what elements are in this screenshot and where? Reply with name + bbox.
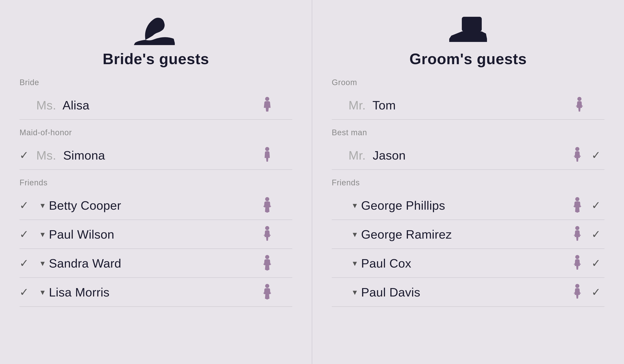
- female-icon: [569, 197, 586, 214]
- dropdown-arrow-lisa[interactable]: ▾: [36, 287, 49, 297]
- check-right-george-r: ✓: [588, 228, 604, 241]
- check-right-paul-d: ✓: [588, 286, 604, 298]
- groom-shoe-icon: [445, 13, 491, 46]
- guest-name-simona: Ms. Simona: [36, 148, 255, 162]
- check-icon: ✓: [20, 257, 29, 269]
- table-row: ✓ ▾ Sandra Ward: [20, 249, 292, 278]
- groom-panel: Groom's guests Groom Mr. Tom Best man: [312, 0, 624, 364]
- guest-name-betty: Betty Cooper: [49, 198, 255, 212]
- svg-point-16: [577, 97, 581, 101]
- check-right-george-p: ✓: [588, 199, 604, 212]
- check-icon: ✓: [592, 257, 601, 269]
- guest-name-paul: Paul Wilson: [49, 227, 255, 241]
- guest-name-paul-c: Paul Cox: [361, 256, 565, 270]
- svg-point-8: [265, 255, 269, 259]
- maid-section-label: Maid-of-honor: [20, 128, 292, 137]
- check-right-paul-c: ✓: [588, 257, 604, 269]
- male-icon: [259, 147, 276, 164]
- guest-name-tom: Mr. Tom: [348, 98, 567, 112]
- bride-guest-list: Bride Ms. Alisa Maid-of-honor ✓: [20, 78, 292, 307]
- check-icon: ✓: [20, 228, 29, 241]
- table-row: Mr. Jason ✓: [332, 141, 604, 170]
- table-row: ▾ Paul Cox ✓: [332, 249, 604, 278]
- svg-point-1: [265, 147, 269, 151]
- table-row: ▾ George Ramirez ✓: [332, 220, 604, 249]
- svg-rect-15: [466, 17, 473, 23]
- table-row: Mr. Tom: [332, 91, 604, 120]
- female-icon: [259, 197, 276, 214]
- svg-point-0: [265, 97, 269, 101]
- check-left-sandra: ✓: [20, 257, 36, 269]
- table-row: ✓ Ms. Simona: [20, 141, 292, 170]
- groom-guest-list: Groom Mr. Tom Best man Mr. Jason: [332, 78, 604, 307]
- groom-section-label: Groom: [332, 78, 604, 87]
- svg-point-11: [265, 284, 269, 288]
- guest-name-alisa: Ms. Alisa: [36, 98, 255, 112]
- guest-name-sandra: Sandra Ward: [49, 256, 255, 270]
- check-right-jason: ✓: [588, 149, 604, 161]
- check-icon: ✓: [20, 286, 29, 298]
- check-icon: ✓: [20, 199, 29, 212]
- bride-shoe-icon: [133, 13, 179, 46]
- svg-point-31: [575, 284, 579, 288]
- check-left-betty: ✓: [20, 199, 36, 212]
- bestman-section-label: Best man: [332, 128, 604, 137]
- guest-name-george-r: George Ramirez: [361, 227, 565, 241]
- guest-name-jason: Mr. Jason: [348, 148, 565, 162]
- table-row: ✓ ▾ Betty Cooper: [20, 191, 292, 220]
- male-icon: [569, 226, 586, 243]
- dropdown-arrow-betty[interactable]: ▾: [36, 200, 49, 210]
- male-icon: [571, 97, 588, 113]
- svg-point-19: [575, 147, 579, 151]
- male-icon: [569, 147, 586, 164]
- dropdown-arrow-paul-d[interactable]: ▾: [348, 287, 361, 297]
- svg-point-5: [265, 226, 269, 230]
- guest-name-paul-d: Paul Davis: [361, 285, 565, 299]
- check-left-lisa: ✓: [20, 286, 36, 298]
- table-row: Ms. Alisa: [20, 91, 292, 120]
- dropdown-arrow-george-r[interactable]: ▾: [348, 229, 361, 239]
- dropdown-arrow-sandra[interactable]: ▾: [36, 258, 49, 268]
- groom-panel-title: Groom's guests: [409, 50, 527, 68]
- svg-point-2: [265, 197, 269, 201]
- table-row: ▾ George Phillips ✓: [332, 191, 604, 220]
- bride-panel-title: Bride's guests: [103, 50, 209, 68]
- male-icon: [259, 226, 276, 243]
- friends-section-label: Friends: [20, 178, 292, 187]
- groom-friends-section-label: Friends: [332, 178, 604, 187]
- male-icon: [569, 255, 586, 271]
- check-left-simona: ✓: [20, 149, 36, 161]
- female-icon: [259, 255, 276, 271]
- check-icon: ✓: [592, 286, 601, 298]
- check-left-paul: ✓: [20, 228, 36, 241]
- dropdown-arrow-george-p[interactable]: ▾: [348, 200, 361, 210]
- bride-panel: Bride's guests Bride Ms. Alisa Maid-of-h…: [0, 0, 312, 364]
- svg-point-25: [575, 226, 579, 230]
- check-icon: ✓: [20, 149, 29, 161]
- table-row: ✓ ▾ Lisa Morris: [20, 278, 292, 307]
- dropdown-arrow-paul[interactable]: ▾: [36, 229, 49, 239]
- check-icon: ✓: [592, 199, 601, 212]
- male-icon: [569, 284, 586, 300]
- female-icon: [259, 284, 276, 300]
- guest-name-lisa: Lisa Morris: [49, 285, 255, 299]
- bride-section-label: Bride: [20, 78, 292, 87]
- guest-name-george-p: George Phillips: [361, 198, 565, 212]
- dropdown-arrow-paul-c[interactable]: ▾: [348, 258, 361, 268]
- svg-point-28: [575, 255, 579, 259]
- female-icon: [259, 97, 276, 113]
- check-icon: ✓: [592, 228, 601, 241]
- table-row: ▾ Paul Davis ✓: [332, 278, 604, 307]
- check-icon: ✓: [592, 149, 601, 161]
- table-row: ✓ ▾ Paul Wilson: [20, 220, 292, 249]
- svg-point-22: [575, 197, 579, 201]
